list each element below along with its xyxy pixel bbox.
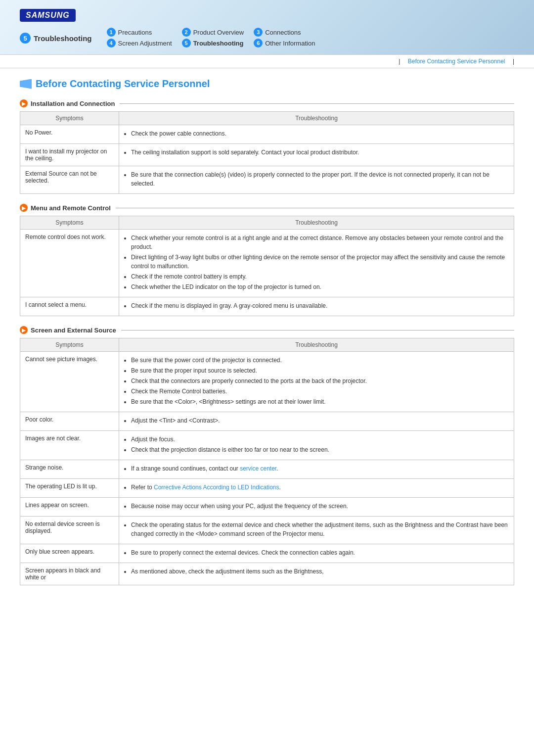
nav-item-precautions[interactable]: 1 Precautions [107,28,172,37]
section-title-menu-remote: Menu and Remote Control [31,204,111,212]
nav-label-precautions: Precautions [118,29,152,36]
samsung-logo: SAMSUNG [20,9,76,22]
troubleshoot-cell: Be sure that the connection cable(s) (vi… [119,166,514,194]
list-item: Direct lighting of 3-way light bulbs or … [131,253,509,271]
breadcrumb: | Before Contacting Service Personnel | [0,54,534,68]
symptom-cell: Strange noise. [20,460,119,479]
list-item: Adjust the <Tint> and <Contrast>. [131,416,509,425]
troubleshoot-cell: Be sure that the power cord of the proje… [119,352,514,412]
nav-label-other-info: Other Information [265,40,315,47]
list-item: Check whether the LED indicator on the t… [131,283,509,291]
section-menu-remote: ▶ Menu and Remote Control Symptoms Troub… [20,204,514,316]
nav-label-connections: Connections [265,29,301,36]
nav-label-troubleshooting: Troubleshooting [193,40,244,47]
section-title-installation: Installation and Connection [31,100,115,107]
troubleshoot-cell: Check the operating status for the exter… [119,517,514,544]
list-item: Be sure that the <Color>, <Brightness> s… [131,397,509,406]
col-header-symptoms-2: Symptoms [20,216,119,230]
table-row: Screen appears in black and white or As … [20,563,514,585]
nav-number-1: 1 [107,28,116,37]
list-item: Be sure that the connection cable(s) (vi… [131,170,509,188]
nav-grid: 1 Precautions 2 Product Overview 3 Conne… [107,28,315,47]
troubleshoot-cell: If a strange sound continues, contact ou… [119,460,514,479]
table-row: I cannot select a menu. Check if the men… [20,297,514,316]
list-item: Check that the projection distance is ei… [131,445,509,454]
breadcrumb-link[interactable]: Before Contacting Service Personnel [408,58,505,65]
section-header-menu-remote: ▶ Menu and Remote Control [20,204,514,212]
troubleshoot-cell: Adjust the <Tint> and <Contrast>. [119,412,514,431]
nav-number-6: 6 [254,39,263,47]
nav-item-product-overview[interactable]: 2 Product Overview [182,28,244,37]
nav-label-product-overview: Product Overview [193,29,244,36]
list-item: The ceiling installation support is sold… [131,148,509,157]
breadcrumb-sep-left: | [399,58,400,65]
table-row: Lines appear on screen. Because noise ma… [20,498,514,517]
troubleshoot-cell: Check whether your remote control is at … [119,230,514,297]
list-item: Be sure to properly connect the external… [131,548,509,557]
nav-number-3: 3 [254,28,263,37]
active-section-label: Troubleshooting [34,34,92,43]
page-title-container: Before Contacting Service Personnel [20,78,514,90]
list-item: Check that the connectors are properly c… [131,377,509,385]
section-icon-screen-external: ▶ [20,326,28,334]
troubleshoot-cell: Check if the menu is displayed in gray. … [119,297,514,316]
table-row: I want to install my projector on the ce… [20,144,514,166]
table-row: Remote control does not work. Check whet… [20,230,514,297]
list-item: Be sure that the proper input source is … [131,366,509,375]
table-menu-remote: Symptoms Troubleshooting Remote control … [20,216,514,316]
troubleshoot-cell: Adjust the focus. Check that the project… [119,431,514,460]
list-item: Check if the remote control battery is e… [131,272,509,281]
col-header-troubleshoot-1: Troubleshooting [119,112,514,125]
list-item: Be sure that the power cord of the proje… [131,356,509,365]
section-line-screen-external [121,330,514,331]
table-row: Only blue screen appears. Be sure to pro… [20,544,514,563]
list-item: As mentioned above, check the adjustment… [131,567,509,576]
troubleshoot-cell: The ceiling installation support is sold… [119,144,514,166]
section-header-screen-external: ▶ Screen and External Source [20,326,514,334]
nav-number-4: 4 [107,39,116,47]
nav-label-screen-adjustment: Screen Adjustment [118,40,172,47]
list-item: Check if the menu is displayed in gray. … [131,301,509,310]
symptom-cell: External Source can not be selected. [20,166,119,194]
nav-item-connections[interactable]: 3 Connections [254,28,315,37]
nav-item-other-info[interactable]: 6 Other Information [254,39,315,47]
table-row: Strange noise. If a strange sound contin… [20,460,514,479]
symptom-cell: The operating LED is lit up. [20,479,119,498]
active-section: 5 Troubleshooting [20,28,92,44]
symptom-cell: Screen appears in black and white or [20,563,119,585]
section-installation: ▶ Installation and Connection Symptoms T… [20,99,514,194]
section-line-menu-remote [116,208,514,208]
page-title: Before Contacting Service Personnel [36,78,210,90]
active-section-number: 5 [20,33,31,44]
col-header-troubleshoot-2: Troubleshooting [119,216,514,230]
troubleshoot-cell: Because noise may occur when using your … [119,498,514,517]
section-icon-menu-remote: ▶ [20,204,28,212]
service-center-link[interactable]: service center [240,465,276,472]
list-item: Check the operating status for the exter… [131,520,509,538]
nav-item-screen-adjustment[interactable]: 4 Screen Adjustment [107,39,172,47]
nav-item-troubleshooting[interactable]: 5 Troubleshooting [182,39,244,47]
col-header-troubleshoot-3: Troubleshooting [119,338,514,352]
symptom-cell: Lines appear on screen. [20,498,119,517]
nav-number-5: 5 [182,39,191,47]
symptom-cell: No Power. [20,125,119,144]
list-item: Check whether your remote control is at … [131,234,509,251]
section-line-installation [120,103,514,104]
col-header-symptoms-1: Symptoms [20,112,119,125]
table-screen-external: Symptoms Troubleshooting Cannot see pict… [20,338,514,585]
symptom-cell: Remote control does not work. [20,230,119,297]
col-header-symptoms-3: Symptoms [20,338,119,352]
section-header-installation: ▶ Installation and Connection [20,99,514,107]
breadcrumb-sep-right: | [513,58,514,65]
list-item: Because noise may occur when using your … [131,502,509,511]
nav-number-2: 2 [182,28,191,37]
section-screen-external: ▶ Screen and External Source Symptoms Tr… [20,326,514,585]
corrective-actions-link[interactable]: Corrective Actions According to LED Indi… [154,484,279,491]
table-row: Images are not clear. Adjust the focus. … [20,431,514,460]
symptom-cell: Cannot see picture images. [20,352,119,412]
table-row: The operating LED is lit up. Refer to Co… [20,479,514,498]
table-installation: Symptoms Troubleshooting No Power. Check… [20,111,514,194]
page-title-icon [20,79,32,89]
table-row: No Power. Check the power cable connecti… [20,125,514,144]
table-row: Poor color. Adjust the <Tint> and <Contr… [20,412,514,431]
